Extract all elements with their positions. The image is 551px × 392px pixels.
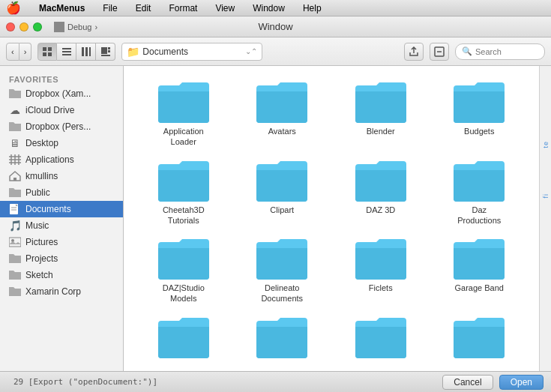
path-label: Documents [142, 46, 241, 57]
cancel-button[interactable]: Cancel [442, 375, 493, 390]
file-item-row4-4[interactable] [432, 313, 528, 364]
search-icon: 🔍 [462, 46, 472, 56]
view-icon-button[interactable] [37, 43, 57, 61]
sidebar-item-documents[interactable]: Documents [0, 201, 123, 217]
file-item-garage-band[interactable]: Garage Band [432, 235, 528, 307]
sidebar-item-projects[interactable]: Projects [0, 250, 123, 267]
folder-svg-3 [355, 81, 406, 123]
file-item-daz3d[interactable]: DAZ 3D [333, 157, 429, 229]
file-label-3: Blender [367, 126, 395, 136]
menu-view[interactable]: View [212, 1, 238, 15]
close-button[interactable] [6, 22, 15, 31]
accent-text-top: te [542, 141, 550, 148]
folder-icon [9, 88, 21, 100]
svg-rect-8 [85, 47, 88, 56]
file-item-clipart[interactable]: Clipart [235, 157, 331, 229]
file-item-ficlets[interactable]: Ficlets [333, 235, 429, 307]
view-gallery-button[interactable] [96, 43, 115, 61]
sidebar-label-dropbox-pers: Dropbox (Pers... [25, 121, 91, 132]
public-folder-icon [9, 187, 21, 199]
svg-rect-6 [62, 54, 71, 55]
pictures-icon [9, 236, 21, 248]
menu-help[interactable]: Help [300, 1, 325, 15]
file-item-daz-productions[interactable]: Daz Productions [432, 157, 528, 229]
zoom-icon [434, 46, 445, 57]
zoom-button[interactable] [430, 43, 449, 61]
sidebar-item-applications[interactable]: Applications [0, 151, 123, 168]
titlebar: Debug › Window [0, 16, 551, 37]
sidebar-item-icloud[interactable]: ☁ iCloud Drive [0, 102, 123, 118]
folder-path-icon: 📁 [127, 46, 139, 58]
view-column-button[interactable] [76, 43, 96, 61]
menu-format[interactable]: Format [166, 1, 200, 15]
maximize-button[interactable] [33, 22, 42, 31]
menu-file[interactable]: File [100, 1, 120, 15]
forward-button[interactable]: › [19, 43, 32, 61]
file-item-avatars[interactable]: Avatars [235, 78, 331, 151]
view-list-button[interactable] [57, 43, 76, 61]
folder-svg-14 [256, 316, 307, 358]
menu-window[interactable]: Window [250, 1, 288, 15]
sidebar-item-sketch[interactable]: Sketch [0, 267, 123, 283]
folder-icon-2 [9, 121, 21, 133]
music-icon: 🎵 [9, 220, 21, 232]
search-input[interactable] [475, 47, 535, 56]
file-item-cheetah3d[interactable]: Cheetah3D Tutorials [136, 157, 232, 229]
svg-rect-22 [13, 178, 16, 181]
window-controls [6, 22, 42, 31]
sidebar-label-sketch: Sketch [25, 270, 53, 280]
minimize-button[interactable] [19, 22, 28, 31]
path-chevron-icon: ⌄⌃ [245, 47, 257, 55]
file-item-row4-2[interactable] [235, 313, 331, 364]
accent-text-mid: fi [542, 193, 550, 199]
svg-rect-13 [101, 55, 110, 56]
apple-menu[interactable]: 🍎 [6, 1, 21, 15]
file-label-9: DAZ|Studio Models [154, 283, 214, 304]
file-item-application-loader[interactable]: Application Loader [136, 78, 232, 151]
folder-svg-11 [355, 238, 406, 280]
file-item-delineato[interactable]: Delineato Documents [235, 235, 331, 307]
menu-macmenus[interactable]: MacMenus [36, 1, 88, 15]
file-item-blender[interactable]: Blender [333, 78, 429, 151]
open-button[interactable]: Open [499, 375, 544, 390]
applications-icon [9, 154, 21, 166]
svg-rect-5 [62, 51, 71, 52]
file-grid: Application Loader Avatars Blender [124, 66, 539, 371]
list-view-icon [61, 46, 72, 57]
icon-view-icon [42, 46, 52, 57]
stop-button[interactable] [54, 22, 64, 32]
sidebar: Favorites Dropbox (Xam... ☁ iCloud Drive… [0, 66, 124, 371]
sidebar-label-public: Public [25, 187, 50, 198]
menu-edit[interactable]: Edit [133, 1, 154, 15]
file-label-12: Garage Band [455, 283, 504, 293]
view-buttons [37, 43, 115, 61]
file-item-row4-3[interactable] [333, 313, 429, 364]
sidebar-item-dropbox-pers[interactable]: Dropbox (Pers... [0, 118, 123, 135]
folder-svg-1 [158, 81, 209, 123]
sidebar-item-xamarin[interactable]: Xamarin Corp [0, 283, 123, 300]
svg-rect-1 [48, 47, 52, 51]
file-label-4: Budgets [464, 126, 494, 136]
file-item-row4-1[interactable] [136, 313, 232, 364]
file-item-budgets[interactable]: Budgets [432, 78, 528, 151]
sidebar-item-dropbox-xam[interactable]: Dropbox (Xam... [0, 85, 123, 102]
path-control[interactable]: 📁 Documents ⌄⌃ [121, 43, 262, 61]
sidebar-item-music[interactable]: 🎵 Music [0, 217, 123, 234]
folder-svg-10 [256, 238, 307, 280]
sidebar-label-desktop: Desktop [25, 138, 58, 148]
sidebar-item-public[interactable]: Public [0, 184, 123, 201]
search-box[interactable]: 🔍 [455, 43, 545, 60]
sidebar-item-kmullins[interactable]: kmullins [0, 168, 123, 184]
xamarin-icon [9, 286, 21, 298]
svg-rect-4 [62, 48, 71, 49]
file-item-daz-studio[interactable]: DAZ|Studio Models [136, 235, 232, 307]
code-preview: 29 [Export ("openDocument:")] [7, 377, 436, 387]
share-button[interactable] [404, 43, 424, 61]
sidebar-label-projects: Projects [25, 253, 58, 264]
back-button[interactable]: ‹ [6, 43, 19, 61]
right-accent-bar: te fi [539, 66, 551, 371]
sidebar-item-pictures[interactable]: Pictures [0, 234, 123, 250]
home-icon [9, 170, 21, 182]
sidebar-item-desktop[interactable]: 🖥 Desktop [0, 135, 123, 151]
folder-svg-2 [256, 81, 307, 123]
